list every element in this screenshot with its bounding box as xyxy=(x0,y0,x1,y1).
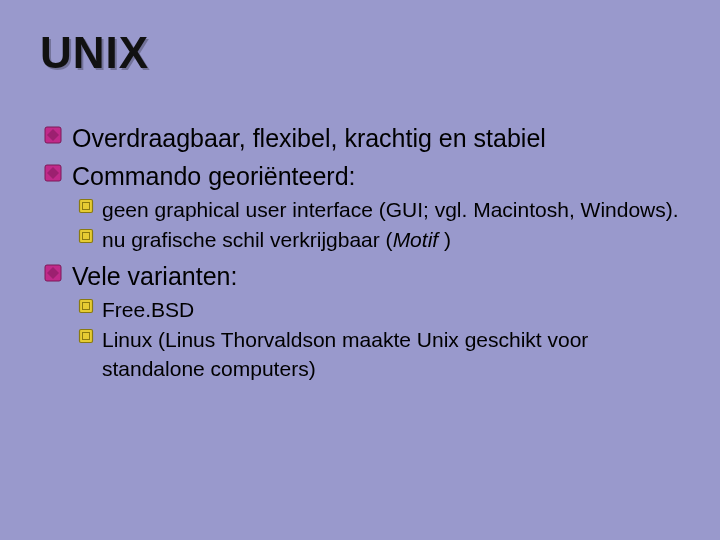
bullet-item: Commando georiënteerd: geen graphical us… xyxy=(44,160,690,254)
svg-rect-4 xyxy=(80,199,93,212)
svg-rect-7 xyxy=(80,229,93,242)
bullet-text: Commando georiënteerd: xyxy=(72,162,356,190)
sub-bullet-item: nu grafische schil verkrijgbaar (Motif ) xyxy=(78,226,690,254)
bullet-list-level2: geen graphical user interface (GUI; vgl.… xyxy=(72,196,690,255)
bullet-item: Overdraagbaar, flexibel, krachtig en sta… xyxy=(44,122,690,156)
square-outline-bullet-icon xyxy=(78,298,94,314)
square-outline-bullet-icon xyxy=(78,198,94,214)
square-bullet-icon xyxy=(44,264,62,282)
bullet-text: Vele varianten: xyxy=(72,262,237,290)
sub-bullet-item: Linux (Linus Thorvaldson maakte Unix ges… xyxy=(78,326,690,383)
svg-rect-12 xyxy=(80,299,93,312)
text-run: ) xyxy=(444,228,451,251)
bullet-item: Vele varianten: Free.BSD Linux (Linus Th… xyxy=(44,260,690,383)
bullet-list-level2: Free.BSD Linux (Linus Thorvaldson maakte… xyxy=(72,296,690,383)
sub-bullet-text: nu grafische schil verkrijgbaar (Motif ) xyxy=(102,228,451,251)
square-bullet-icon xyxy=(44,164,62,182)
sub-bullet-item: geen graphical user interface (GUI; vgl.… xyxy=(78,196,690,224)
sub-bullet-text: Linux (Linus Thorvaldson maakte Unix ges… xyxy=(102,328,588,379)
slide-title: UNIX xyxy=(40,28,690,78)
sub-bullet-text: Free.BSD xyxy=(102,298,194,321)
bullet-list-level1: Overdraagbaar, flexibel, krachtig en sta… xyxy=(40,122,690,383)
sub-bullet-item: Free.BSD xyxy=(78,296,690,324)
italic-text: Motif xyxy=(393,228,439,251)
square-bullet-icon xyxy=(44,126,62,144)
bullet-text: Overdraagbaar, flexibel, krachtig en sta… xyxy=(72,124,546,152)
svg-rect-15 xyxy=(80,330,93,343)
square-outline-bullet-icon xyxy=(78,228,94,244)
text-run: nu grafische schil verkrijgbaar ( xyxy=(102,228,393,251)
sub-bullet-text: geen graphical user interface (GUI; vgl.… xyxy=(102,198,679,221)
square-outline-bullet-icon xyxy=(78,328,94,344)
